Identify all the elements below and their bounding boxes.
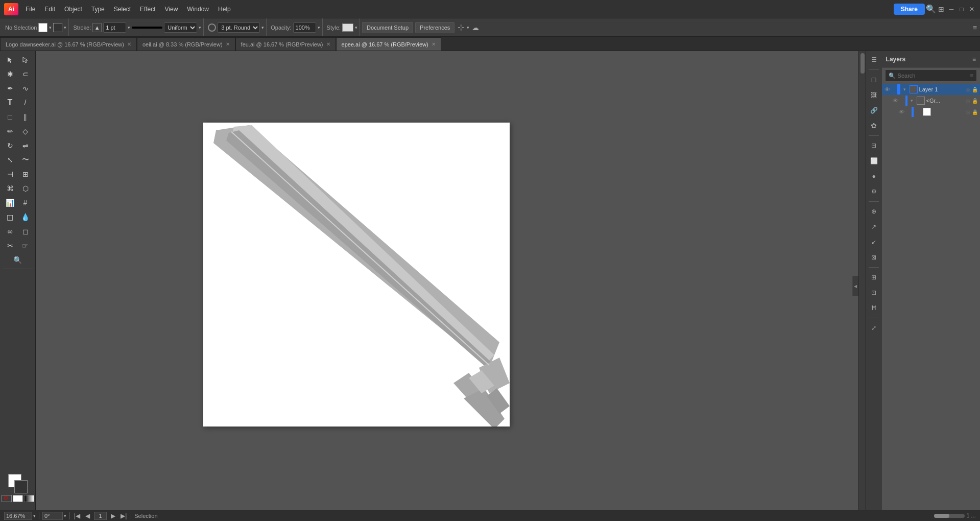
gear-icon[interactable]: ⚙	[867, 185, 880, 198]
layers-search-input[interactable]	[898, 73, 968, 79]
import-icon[interactable]: ↙	[867, 235, 880, 249]
pencil-tool[interactable]: ✏	[3, 125, 17, 138]
rotation-input[interactable]	[42, 512, 63, 520]
menu-select[interactable]: Select	[110, 4, 135, 15]
tab-close-2[interactable]: ✕	[226, 41, 230, 47]
close-icon[interactable]: ✕	[968, 5, 976, 13]
free-transform-tool[interactable]: ⊞	[18, 168, 33, 181]
opacity-input[interactable]	[293, 22, 316, 33]
document-setup-button[interactable]: Document Setup	[362, 22, 413, 33]
stroke-width-input[interactable]	[103, 22, 126, 33]
typography-icon[interactable]: Ħ	[867, 301, 880, 315]
gradient-tool[interactable]: ◫	[3, 210, 17, 224]
zoom-input[interactable]	[4, 512, 32, 520]
panel-options-icon[interactable]: ≡	[973, 23, 977, 32]
next-page-btn[interactable]: ▶	[110, 512, 116, 519]
search-icon[interactable]: 🔍	[927, 5, 935, 13]
layer-visibility-layer1[interactable]: ◎	[966, 87, 970, 92]
link-icon[interactable]: 🔗	[867, 104, 880, 117]
shaper-tool[interactable]: ◇	[18, 125, 33, 138]
menu-file[interactable]: File	[21, 4, 39, 15]
menu-type[interactable]: Type	[87, 4, 109, 15]
layer-item-layer1[interactable]: 👁 ▾ Layer 1 ◎ 🔒	[882, 84, 980, 95]
graph-tool[interactable]: 📊	[3, 196, 17, 209]
last-page-btn[interactable]: ▶|	[119, 512, 128, 519]
vertical-scroll-thumb[interactable]	[861, 53, 865, 74]
layer-eye-path1[interactable]: 👁	[898, 108, 905, 115]
menu-view[interactable]: View	[161, 4, 182, 15]
style-color[interactable]	[342, 23, 353, 32]
transform-icon[interactable]: ⊹	[457, 23, 465, 32]
layer-visibility-path1[interactable]: ◎	[966, 109, 970, 115]
menu-window[interactable]: Window	[183, 4, 213, 15]
arrange-icon[interactable]: ⊞	[937, 5, 945, 13]
tab-close-1[interactable]: ✕	[127, 41, 131, 47]
layer-eye-layer1[interactable]: 👁	[884, 86, 891, 93]
grid-icon[interactable]: ⊞	[867, 271, 880, 284]
line-tool[interactable]: /	[18, 96, 33, 109]
color-mode-none[interactable]: ∅	[2, 495, 12, 502]
layers-panel-menu[interactable]: ≡	[972, 56, 976, 63]
first-page-btn[interactable]: |◀	[73, 512, 81, 519]
layers-icon[interactable]: ☰	[867, 53, 880, 66]
expand-icon[interactable]: ⤢	[867, 321, 880, 335]
export-icon[interactable]: ↗	[867, 220, 880, 233]
canvas-icon[interactable]: □	[867, 73, 880, 86]
eraser-tool[interactable]: ◻	[18, 225, 33, 238]
stroke-arrow-up[interactable]: ▲	[92, 23, 102, 32]
fill-color[interactable]	[38, 23, 47, 32]
warp-tool[interactable]: 〜	[18, 153, 33, 167]
layer-item-group1[interactable]: 👁 ▾ <Gr... ◎ 🔒	[882, 95, 980, 106]
rectangle-tool[interactable]: □	[3, 110, 17, 124]
layer-lock-layer1[interactable]: 🔒	[972, 87, 978, 92]
page-input[interactable]	[94, 512, 107, 520]
text-tool[interactable]: T	[3, 96, 17, 109]
hand-tool[interactable]: ☞	[18, 239, 33, 252]
selection-tool[interactable]	[3, 53, 17, 66]
prev-page-btn[interactable]: ◀	[84, 512, 91, 519]
tab-close-4[interactable]: ✕	[432, 41, 436, 47]
tab-epee[interactable]: epee.ai @ 16.67 % (RGB/Preview) ✕	[336, 37, 441, 51]
background-color[interactable]	[14, 480, 28, 493]
pen-tool[interactable]: ✒	[3, 82, 17, 95]
rotate-tool[interactable]: ↻	[3, 139, 17, 152]
tab-feu[interactable]: feu.ai @ 16.67 % (RGB/Preview) ✕	[235, 37, 336, 51]
lasso-tool[interactable]: ⊂	[18, 67, 33, 81]
tab-logo-dawnseeker[interactable]: Logo dawnseeker.ai @ 16.67 % (RGB/Previe…	[0, 37, 137, 51]
preferences-button[interactable]: Preferences	[415, 22, 455, 33]
layer-item-path1[interactable]: 👁 ▾ ◎ 🔒	[882, 106, 980, 117]
color-mode-white[interactable]	[13, 495, 23, 502]
image-icon[interactable]: 🖼	[867, 88, 880, 102]
reflect-tool[interactable]: ⇌	[18, 139, 33, 152]
scissors-tool[interactable]: ✂	[3, 239, 17, 252]
tab-close-3[interactable]: ✕	[326, 41, 330, 47]
blend-tool[interactable]: ∞	[3, 225, 17, 238]
stroke-color[interactable]	[53, 23, 62, 32]
paintbrush-tool[interactable]: ∥	[18, 110, 33, 124]
layer-lock-group1[interactable]: 🔒	[972, 98, 978, 104]
curvature-tool[interactable]: ∿	[18, 82, 33, 95]
align-icon[interactable]: ⊟	[867, 139, 880, 152]
layer-expand-layer1[interactable]: ▾	[902, 86, 908, 92]
layer-expand-group1[interactable]: ▾	[909, 98, 915, 104]
menu-effect[interactable]: Effect	[136, 4, 159, 15]
cloud-icon[interactable]: ☁	[471, 23, 480, 32]
layer-eye-group1[interactable]: 👁	[892, 97, 899, 104]
panel-collapse-btn[interactable]: ◀	[852, 276, 858, 296]
layer-lock-path1[interactable]: 🔒	[972, 109, 978, 115]
live-paint-tool[interactable]: ⬡	[18, 182, 33, 195]
mesh-tool[interactable]: #	[18, 196, 33, 209]
menu-help[interactable]: Help	[214, 4, 235, 15]
sphere-icon[interactable]: ●	[867, 170, 880, 183]
color-mode-gradient[interactable]	[24, 495, 34, 502]
canvas-area[interactable]: ◀	[36, 51, 866, 521]
shape-builder-tool[interactable]: ⌘	[3, 182, 17, 195]
layers-filter-icon[interactable]: ≡	[970, 73, 973, 79]
vertical-scrollbar[interactable]	[858, 51, 866, 514]
width-tool[interactable]: ⊣	[3, 168, 17, 181]
maximize-icon[interactable]: □	[958, 5, 966, 13]
eyedropper-tool[interactable]: 💧	[18, 210, 33, 224]
menu-object[interactable]: Object	[60, 4, 86, 15]
menu-edit[interactable]: Edit	[40, 4, 59, 15]
scale-tool[interactable]: ⤡	[3, 153, 17, 167]
